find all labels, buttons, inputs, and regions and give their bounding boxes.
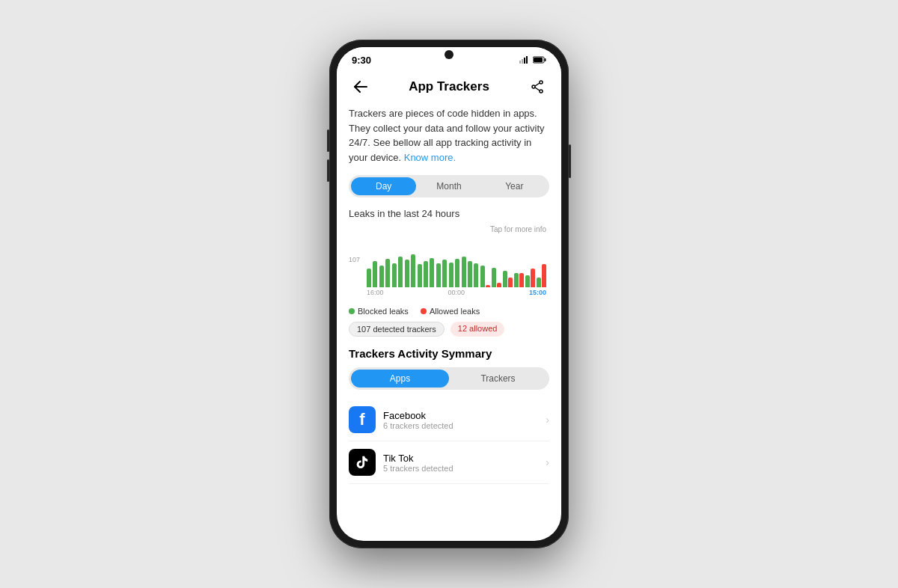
stats-row: 107 detected trackers 12 allowed — [349, 322, 549, 337]
activity-trackers-button[interactable]: Trackers — [449, 370, 547, 388]
green-bar — [373, 261, 377, 287]
green-bar — [379, 266, 384, 287]
status-time: 9:30 — [352, 55, 371, 66]
green-bar — [436, 263, 441, 287]
x-label-start: 16:00 — [367, 289, 384, 296]
green-bar — [385, 259, 390, 287]
green-bar — [468, 261, 472, 287]
activity-apps-button[interactable]: Apps — [351, 370, 449, 388]
status-icons — [519, 56, 546, 65]
svg-rect-1 — [522, 59, 523, 64]
green-bar — [514, 273, 519, 287]
x-label-end: 15:00 — [529, 289, 546, 296]
bar-group — [418, 264, 422, 287]
chevron-right-icon: › — [546, 456, 549, 468]
red-bar — [519, 273, 524, 287]
bar-group — [492, 268, 501, 287]
app-trackers-count: 5 trackers detected — [383, 464, 546, 473]
bar-group — [398, 257, 403, 287]
phone-screen: 9:30 — [337, 47, 561, 541]
bar-group — [430, 258, 434, 287]
bar-group — [424, 261, 428, 287]
description-text: Trackers are pieces of code hidden in ap… — [349, 106, 549, 165]
status-bar: 9:30 — [337, 47, 561, 69]
chart-x-labels: 16:00 00:00 15:00 — [349, 289, 549, 296]
app-header: App Trackers — [337, 69, 561, 106]
bar-group — [455, 259, 459, 287]
bar-group — [480, 266, 490, 287]
green-bar — [398, 257, 403, 287]
app-list: fFacebook6 trackers detected› Tik Tok5 t… — [349, 399, 549, 484]
chart-container[interactable]: Tap for more info 107 16:00 00:00 15:00 — [349, 222, 549, 299]
chart-legend: Blocked leaks Allowed leaks — [349, 307, 549, 316]
svg-rect-3 — [526, 56, 528, 64]
red-bar — [542, 264, 546, 287]
app-list-item[interactable]: Tik Tok5 trackers detected› — [349, 441, 549, 484]
bar-group — [525, 269, 535, 287]
red-bar — [486, 285, 490, 287]
activity-summary-title: Trackers Activity Symmary — [349, 347, 549, 360]
legend-allowed: Allowed leaks — [421, 307, 480, 316]
page-title: App Trackers — [409, 79, 489, 94]
app-name: Tik Tok — [383, 453, 546, 464]
phone-device: 9:30 — [329, 40, 569, 548]
bar-group — [468, 261, 472, 287]
bar-group — [462, 257, 466, 287]
green-bar — [367, 269, 371, 287]
bar-group — [474, 263, 478, 287]
svg-line-12 — [535, 88, 540, 91]
svg-rect-2 — [524, 58, 525, 64]
green-bar — [442, 260, 447, 287]
scroll-content: Trackers are pieces of code hidden in ap… — [337, 106, 561, 541]
legend-blocked: Blocked leaks — [349, 307, 409, 316]
allowed-trackers-badge: 12 allowed — [450, 322, 505, 337]
svg-point-10 — [540, 90, 543, 93]
period-day-button[interactable]: Day — [351, 177, 416, 195]
bar-group — [392, 263, 397, 287]
green-bar — [480, 266, 485, 287]
back-button[interactable] — [349, 75, 373, 99]
green-bar — [424, 261, 428, 287]
chart-bars — [349, 235, 549, 287]
app-trackers-count: 6 trackers detected — [383, 421, 546, 430]
bar-group — [373, 261, 377, 287]
svg-rect-6 — [534, 58, 543, 62]
legend-blocked-dot — [349, 308, 355, 314]
share-button[interactable] — [525, 75, 549, 99]
app-info: Tik Tok5 trackers detected — [383, 453, 546, 473]
green-bar — [405, 260, 409, 287]
legend-blocked-label: Blocked leaks — [358, 307, 409, 316]
app-icon-facebook: f — [349, 406, 376, 433]
svg-rect-0 — [519, 61, 521, 64]
app-info: Facebook6 trackers detected — [383, 410, 546, 430]
bar-group — [449, 263, 453, 287]
red-bar — [508, 278, 513, 287]
signal-icon — [519, 56, 530, 65]
green-bar — [449, 263, 453, 287]
period-year-button[interactable]: Year — [482, 177, 547, 195]
bar-group — [436, 263, 441, 287]
green-bar — [411, 254, 415, 287]
app-icon-tiktok — [349, 449, 376, 476]
battery-icon — [533, 56, 546, 65]
green-bar — [418, 264, 422, 287]
green-bar — [430, 258, 434, 287]
legend-allowed-dot — [421, 308, 427, 314]
bar-group — [442, 260, 447, 287]
bar-group — [411, 254, 415, 287]
legend-allowed-label: Allowed leaks — [430, 307, 480, 316]
svg-point-9 — [532, 85, 535, 88]
chart-y-label: 107 — [349, 256, 360, 263]
app-list-item[interactable]: fFacebook6 trackers detected› — [349, 399, 549, 441]
notch — [445, 50, 453, 59]
chart-section-label: Leaks in the last 24 hours — [349, 208, 549, 219]
bar-group — [367, 269, 371, 287]
bar-group — [514, 273, 524, 287]
red-bar — [497, 283, 501, 287]
green-bar — [455, 259, 459, 287]
svg-rect-5 — [545, 58, 546, 61]
green-bar — [525, 275, 530, 287]
x-label-mid: 00:00 — [448, 289, 465, 296]
period-month-button[interactable]: Month — [416, 177, 481, 195]
know-more-link[interactable]: Know more. — [404, 152, 456, 163]
